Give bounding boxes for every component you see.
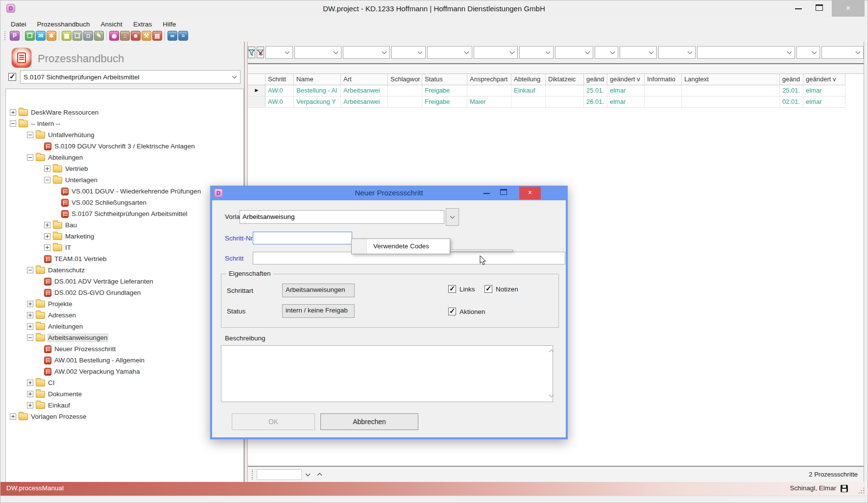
column-header-diktatzeic-7[interactable]: Diktatzeic [546, 74, 584, 85]
maximize-button[interactable] [816, 4, 823, 11]
tree-item-it[interactable]: IT [6, 242, 243, 253]
column-header-geänd-8[interactable]: geänd [584, 74, 607, 85]
table-row[interactable]: AW.0Verpackung YArbeitsanweiFreigabeMaie… [248, 96, 845, 108]
tools-icon[interactable]: ⚒ [142, 31, 151, 41]
settings-gear-icon[interactable]: ✱ [47, 31, 56, 41]
expand-icon[interactable] [44, 222, 50, 228]
tree-item-dokumente[interactable]: Dokumente [6, 388, 243, 400]
tree-item-projekte[interactable]: Projekte [6, 298, 243, 310]
filter-combobox-schritt-0[interactable] [265, 46, 293, 59]
filter-combobox-status-4[interactable] [427, 46, 472, 59]
collapse-icon[interactable] [27, 132, 33, 138]
expand-icon[interactable] [27, 312, 33, 318]
filter-combobox-informatio-10[interactable] [658, 46, 696, 59]
expand-icon[interactable] [27, 402, 33, 408]
tree-item-s-0107-sichtheitprüfungen-arbeitsmittel[interactable]: S.0107 Sichtheitprüfungen Arbeitsmittel [6, 208, 243, 219]
expand-icon[interactable] [10, 413, 16, 420]
tree-item-arbeitsanweisungen[interactable]: Arbeitsanweisungen [6, 332, 243, 343]
collapse-icon[interactable] [10, 120, 16, 127]
home-icon[interactable]: ⌂ [120, 31, 130, 41]
tree-item-anleitungen[interactable]: Anleitungen [6, 321, 243, 332]
dialog-close-button[interactable]: × [519, 187, 541, 199]
notizen-checkbox[interactable]: ✓Notizen [484, 285, 518, 293]
filter-combobox-geänd-8[interactable] [595, 46, 618, 59]
sidebar-filter-checkbox[interactable]: ✓ [8, 73, 16, 81]
collapse-icon[interactable] [27, 267, 33, 273]
tree-item-team-01-vertrieb[interactable]: TEAM.01 Vertrieb [6, 253, 243, 264]
filter-combobox-art-2[interactable] [343, 46, 390, 59]
menu-item-extras[interactable]: Extras [128, 21, 157, 28]
tree-item-datenschutz[interactable]: Datenschutz [6, 264, 243, 276]
column-header-art-2[interactable]: Art [341, 74, 388, 85]
column-header-geändert-v-13[interactable]: geändert v [803, 74, 845, 85]
filter-combobox-geänd-12[interactable] [796, 46, 820, 59]
column-header-informatio-10[interactable]: Informatio [645, 74, 682, 85]
row-selector-cell[interactable]: ▶ [248, 85, 265, 96]
dialog-title-bar[interactable]: D Neuer Prozessschritt × [210, 186, 568, 200]
process-selector-combobox[interactable]: S.0107 Sichtheitprüfungen Arbeitsmittel [20, 70, 241, 84]
aktionen-checkbox[interactable]: ✓Aktionen [448, 308, 485, 315]
tree-item-bau[interactable]: Bau [6, 219, 243, 231]
tree-item-ds-001-adv-verträge-lieferanten[interactable]: DS.001 ADV Verträge Lieferanten [6, 276, 243, 287]
expand-icon[interactable] [44, 233, 50, 240]
schritt-nr-input[interactable] [253, 232, 352, 244]
expand-icon[interactable] [27, 301, 33, 307]
column-header-status-4[interactable]: Status [422, 74, 467, 85]
resize-grip[interactable] [858, 487, 865, 494]
menu-item-ansicht[interactable]: Ansicht [96, 21, 128, 28]
expand-icon[interactable] [44, 244, 50, 251]
tree-item-ds-002-ds-gvo-grundlagen[interactable]: DS.002 DS-GVO Grundlagen [6, 287, 243, 298]
close-button[interactable]: × [832, 0, 865, 17]
book-icon[interactable]: ▤ [152, 31, 162, 41]
menu-item-hilfe[interactable]: Hilfe [157, 21, 181, 28]
tree-item-aw-001-bestellung-allgemein[interactable]: AW.001 Bestellung - Allgemein [6, 355, 243, 366]
tree-item-intern[interactable]: -- Intern -- [6, 118, 243, 129]
column-header-schritt-0[interactable]: Schritt [265, 74, 294, 85]
tree-item-vertrieb[interactable]: Vertrieb [6, 163, 243, 174]
filter-combobox-schlagwor-3[interactable] [391, 46, 426, 59]
column-header-ansprechpart-5[interactable]: Ansprechpart [467, 74, 511, 85]
column-header-langtext-11[interactable]: Langtext [682, 74, 780, 85]
move-up-button[interactable] [313, 469, 325, 480]
filter-combobox-diktatzeic-7[interactable] [555, 46, 593, 59]
dialog-minimize-button[interactable] [483, 193, 490, 194]
tree-item-adressen[interactable]: Adressen [6, 310, 243, 321]
tree-item-unterlagen[interactable]: Unterlagen [6, 174, 243, 186]
user-icon[interactable]: ☻ [131, 31, 141, 41]
tree-item-vs-002-schließungsarten[interactable]: VS.002 Schließungsarten [6, 197, 243, 208]
tree-item-ci[interactable]: CI [6, 377, 243, 388]
chart-icon[interactable]: ▦ [62, 31, 72, 41]
filter-combobox-name-1[interactable] [294, 46, 341, 59]
table-row[interactable]: ▶AW.0Bestellung - AlArbeitsanweiFreigabe… [248, 85, 845, 96]
menu-item-prozesshandbuch[interactable]: Prozesshandbuch [32, 21, 96, 28]
tree-item-neuer-prozessschritt[interactable]: Neuer Prozessschritt [6, 343, 243, 355]
tree-item-vs-001-dguv-wiederkehrende-prüfungen[interactable]: VS.001 DGUV - Wiederkehrende Prüfungen [6, 186, 243, 197]
collapse-icon[interactable] [44, 177, 50, 183]
stats-icon[interactable]: ≈ [178, 31, 188, 41]
expand-icon[interactable] [27, 391, 33, 397]
filter-combobox-ansprechpart-5[interactable] [474, 46, 518, 59]
status-field[interactable]: intern / keine Freigab [282, 304, 355, 318]
tree-item-s-0109-dguv-vorschrift-3-elektrische-anlagen[interactable]: S.0109 DGUV Vorschrift 3 / Elektrische A… [6, 141, 243, 152]
links-checkbox[interactable]: ✓Links [448, 285, 475, 293]
tree-item-vorlagen-prozesse[interactable]: Vorlagen Prozesse [6, 411, 243, 422]
filter-combobox-geändert-v-9[interactable] [620, 46, 657, 59]
vorlage-combobox[interactable]: Arbeitsanweisung [240, 210, 444, 224]
bottom-search-box[interactable] [257, 469, 302, 480]
collapse-icon[interactable] [27, 154, 33, 161]
filter-clear-button[interactable] [257, 47, 264, 58]
column-header-schlagwor-3[interactable]: Schlagwor [388, 74, 422, 85]
expand-icon[interactable] [44, 166, 50, 172]
filter-combobox-geändert-v-13[interactable] [821, 46, 864, 59]
menu-item-datei[interactable]: Datei [5, 21, 32, 28]
cancel-button[interactable]: Abbrechen [320, 413, 418, 430]
minimize-button[interactable] [795, 8, 802, 9]
tree-item-aw-002-verpackung-yamaha[interactable]: AW.002 Verpackung Yamaha [6, 366, 243, 377]
comment-icon[interactable]: ❑ [72, 31, 82, 41]
row-selector-cell[interactable] [248, 96, 265, 107]
schrittart-field[interactable]: Arbeitsanweisungen [282, 284, 355, 297]
column-header-geänd-12[interactable]: geänd [780, 74, 803, 85]
lock-icon[interactable]: ◘ [83, 31, 93, 41]
collapse-icon[interactable] [27, 335, 33, 341]
mail-icon[interactable]: ✉ [36, 31, 46, 41]
